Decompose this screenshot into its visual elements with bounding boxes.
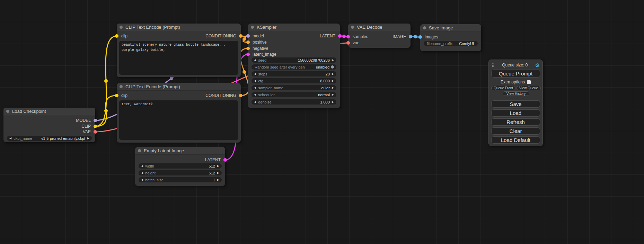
decrement-icon[interactable]: ◀ — [254, 78, 256, 83]
input-slot-vae[interactable]: vae — [348, 40, 359, 45]
output-slot-vae[interactable]: VAE — [83, 129, 95, 134]
collapse-dot[interactable] — [120, 85, 123, 88]
increment-icon[interactable]: ▶ — [332, 57, 334, 63]
queue-prompt-button[interactable]: Queue Prompt — [491, 70, 540, 78]
increment-icon[interactable]: ▶ — [332, 92, 334, 97]
input-slot-clip[interactable]: clip — [117, 93, 127, 98]
drag-handle[interactable] — [492, 63, 495, 67]
latent-port[interactable] — [338, 34, 342, 38]
node-title-bar[interactable]: Empty Latent Image — [135, 147, 225, 155]
widget-ckpt-name[interactable]: ◀ ckpt_name v1-5-pruned-emaonly.ckpt ▶ — [7, 136, 92, 141]
view-history-button[interactable]: View History — [503, 91, 529, 96]
output-slot-model[interactable]: MODEL — [76, 118, 95, 123]
increment-icon[interactable]: ▶ — [217, 163, 219, 169]
widget-filename-prefix[interactable]: filename_prefix ComfyUI — [424, 41, 478, 46]
widget-batch-size[interactable]: ◀ batch_size 1 ▶ — [139, 177, 222, 182]
node-title-bar[interactable]: VAE Decode — [348, 24, 411, 31]
load-default-button[interactable]: Load Default — [491, 136, 540, 144]
output-slot-image[interactable]: IMAGE — [392, 34, 411, 39]
output-slot-conditioning[interactable]: CONDITIONING — [205, 93, 241, 98]
decrement-icon[interactable]: ◀ — [254, 92, 256, 97]
increment-icon[interactable]: ▶ — [332, 71, 334, 76]
node-title-bar[interactable]: Load Checkpoint — [3, 108, 95, 115]
latent-port[interactable] — [246, 53, 250, 56]
collapse-dot[interactable] — [120, 26, 123, 29]
widget-denoise[interactable]: ◀ denoise 1.000 ▶ — [252, 99, 336, 105]
decrement-icon[interactable]: ◀ — [9, 136, 11, 141]
increment-icon[interactable]: ▶ — [217, 170, 219, 175]
vae-port[interactable] — [346, 41, 350, 45]
clip-port[interactable] — [94, 125, 97, 128]
input-slot-negative[interactable]: negative — [248, 46, 268, 51]
node-save-image[interactable]: Save Image images filename_prefix ComfyU… — [420, 24, 481, 51]
model-port[interactable] — [94, 119, 97, 122]
widget-sampler-name[interactable]: ◀ sampler_name euler ▶ — [252, 85, 336, 90]
input-slot-model[interactable]: model — [248, 34, 264, 38]
image-port[interactable] — [409, 35, 412, 38]
decrement-icon[interactable]: ◀ — [254, 85, 256, 90]
node-vae-decode[interactable]: VAE Decode samples vae IMAGE — [348, 24, 411, 48]
clip-port[interactable] — [115, 34, 118, 38]
node-title-bar[interactable]: CLIP Text Encode (Prompt) — [117, 83, 241, 91]
negative-prompt-textarea[interactable]: text, watermark — [119, 100, 238, 140]
decrement-icon[interactable]: ◀ — [254, 57, 256, 63]
node-load-checkpoint[interactable]: Load Checkpoint MODEL CLIP VAE ◀ ckpt_na… — [3, 108, 95, 142]
node-canvas[interactable]: Load Checkpoint MODEL CLIP VAE ◀ ckpt_na… — [0, 0, 644, 244]
output-slot-latent[interactable]: LATENT — [205, 157, 225, 162]
latent-port[interactable] — [346, 35, 350, 38]
increment-icon[interactable]: ▶ — [332, 85, 334, 90]
increment-icon[interactable]: ▶ — [332, 78, 334, 83]
widget-random-seed-toggle[interactable]: Random seed after every gen enabled — [252, 64, 336, 70]
input-slot-images[interactable]: images — [420, 35, 438, 39]
collapse-dot[interactable] — [6, 110, 9, 113]
output-slot-clip[interactable]: CLIP — [81, 124, 95, 129]
toggle-dot[interactable] — [331, 65, 334, 69]
view-queue-button[interactable]: View Queue — [517, 86, 541, 90]
conditioning-port[interactable] — [239, 34, 242, 38]
refresh-button[interactable]: Refresh — [491, 118, 540, 126]
positive-prompt-textarea[interactable]: beautiful scenery nature glass bottle la… — [119, 41, 238, 75]
output-slot-latent[interactable]: LATENT — [320, 34, 340, 38]
queue-front-button[interactable]: Queue Front — [491, 86, 515, 90]
collapse-dot[interactable] — [423, 26, 426, 29]
node-clip-text-encode-positive[interactable]: CLIP Text Encode (Prompt) clip CONDITION… — [117, 24, 241, 77]
increment-icon[interactable]: ▶ — [87, 136, 89, 141]
model-port[interactable] — [246, 34, 250, 38]
load-button[interactable]: Load — [491, 109, 540, 117]
decrement-icon[interactable]: ◀ — [254, 99, 256, 105]
collapse-dot[interactable] — [351, 26, 354, 29]
widget-scheduler[interactable]: ◀ scheduler normal ▶ — [252, 92, 336, 97]
node-clip-text-encode-negative[interactable]: CLIP Text Encode (Prompt) clip CONDITION… — [117, 83, 241, 143]
input-slot-positive[interactable]: positive — [248, 40, 267, 45]
collapse-dot[interactable] — [251, 26, 254, 29]
clear-button[interactable]: Clear — [491, 127, 540, 135]
widget-height[interactable]: ◀ height 512 ▶ — [139, 170, 222, 175]
decrement-icon[interactable]: ◀ — [141, 163, 143, 169]
decrement-icon[interactable]: ◀ — [141, 170, 143, 175]
output-slot-conditioning[interactable]: CONDITIONING — [205, 34, 241, 38]
settings-gear-icon[interactable]: ⚙ — [535, 63, 540, 68]
input-slot-latent-image[interactable]: latent_image — [248, 52, 276, 57]
increment-icon[interactable]: ▶ — [332, 99, 334, 105]
conditioning-port[interactable] — [239, 94, 242, 97]
latent-port[interactable] — [223, 158, 227, 162]
vae-port[interactable] — [94, 130, 97, 134]
conditioning-port[interactable] — [246, 47, 250, 50]
collapse-dot[interactable] — [138, 149, 141, 152]
increment-icon[interactable]: ▶ — [217, 177, 219, 182]
clip-port[interactable] — [115, 94, 118, 97]
widget-width[interactable]: ◀ width 512 ▶ — [139, 163, 222, 169]
queue-panel-header[interactable]: Queue size: 0 ⚙ — [492, 62, 540, 68]
node-ksampler[interactable]: KSampler model positive negative latent_… — [248, 24, 340, 108]
node-title-bar[interactable]: KSampler — [248, 24, 340, 31]
node-title-bar[interactable]: CLIP Text Encode (Prompt) — [117, 24, 241, 31]
image-port[interactable] — [418, 35, 422, 39]
input-slot-samples[interactable]: samples — [348, 34, 368, 39]
decrement-icon[interactable]: ◀ — [254, 71, 256, 76]
widget-seed[interactable]: ◀ seed 156680208700286 ▶ — [252, 57, 336, 63]
extra-options-checkbox[interactable] — [527, 80, 531, 84]
node-title-bar[interactable]: Save Image — [420, 24, 481, 32]
widget-steps[interactable]: ◀ steps 20 ▶ — [252, 71, 336, 76]
input-slot-clip[interactable]: clip — [117, 34, 127, 38]
conditioning-port[interactable] — [246, 40, 250, 44]
